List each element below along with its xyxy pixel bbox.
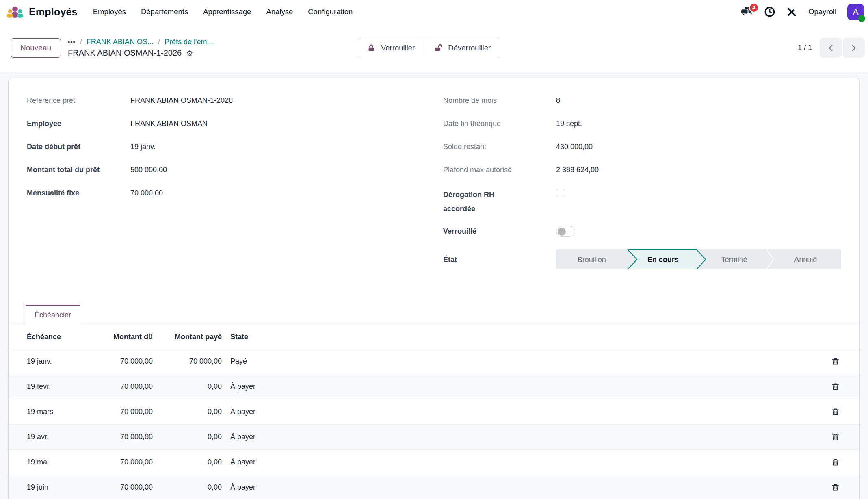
- table-row[interactable]: 19 juin 70 000,00 0,00 À payer: [9, 475, 859, 499]
- breadcrumb-loans-link[interactable]: Prêts de l'em...: [165, 38, 213, 46]
- table-row[interactable]: 19 janv. 70 000,00 70 000,00 Payé: [9, 349, 859, 374]
- cell-state[interactable]: À payer: [222, 483, 820, 492]
- breadcrumb-separator: /: [158, 38, 160, 46]
- status-step-termine[interactable]: Terminé: [699, 250, 770, 269]
- cell-echeance[interactable]: 19 avr.: [9, 433, 104, 441]
- column-header-state[interactable]: State: [222, 333, 820, 341]
- cell-echeance[interactable]: 19 févr.: [9, 382, 104, 391]
- cell-montant-du[interactable]: 70 000,00: [104, 483, 153, 492]
- verrouille-toggle[interactable]: [556, 226, 575, 237]
- field-label-verrouille: Verrouillé: [443, 226, 556, 236]
- field-value-solde-restant[interactable]: 430 000,00: [556, 141, 593, 152]
- chevron-right-icon: [850, 44, 857, 52]
- menu-item-analyse[interactable]: Analyse: [266, 7, 293, 16]
- field-value-reference-pret[interactable]: FRANK ABIAN OSMAN-1-2026: [130, 95, 233, 106]
- field-value-montant-total[interactable]: 500 000,00: [130, 165, 167, 175]
- toggle-knob: [558, 228, 566, 236]
- menu-item-configuration[interactable]: Configuration: [308, 7, 353, 16]
- chevron-left-icon: [827, 44, 834, 52]
- table-body: 19 janv. 70 000,00 70 000,00 Payé 19 fév…: [9, 349, 859, 499]
- status-step-annule[interactable]: Annulé: [770, 250, 842, 269]
- main-menu: Employés Départements Apprentissage Anal…: [93, 7, 353, 16]
- menu-item-apprentissage[interactable]: Apprentissage: [203, 7, 251, 16]
- field-value-mensualite[interactable]: 70 000,00: [130, 188, 163, 198]
- cell-state[interactable]: À payer: [222, 382, 820, 391]
- trash-icon: [831, 407, 840, 417]
- delete-row-button[interactable]: [831, 382, 840, 391]
- status-separator-icon: [766, 250, 774, 269]
- new-record-button[interactable]: Nouveau: [11, 38, 61, 58]
- derogation-rh-checkbox[interactable]: [556, 189, 565, 197]
- table-row[interactable]: 19 mai 70 000,00 0,00 À payer: [9, 450, 859, 475]
- cell-echeance[interactable]: 19 mai: [9, 458, 104, 466]
- pager-next-button[interactable]: [843, 38, 865, 58]
- field-label-nombre-mois: Nombre de mois: [443, 95, 556, 106]
- breadcrumb-ellipsis[interactable]: •••: [68, 39, 76, 46]
- delete-row-button[interactable]: [831, 432, 840, 442]
- table-row[interactable]: 19 mars 70 000,00 0,00 À payer: [9, 399, 859, 425]
- cell-montant-paye[interactable]: 0,00: [153, 483, 222, 492]
- messages-count-badge: 4: [749, 3, 759, 13]
- table-row[interactable]: 19 avr. 70 000,00 0,00 À payer: [9, 425, 859, 450]
- cell-echeance[interactable]: 19 juin: [9, 483, 104, 492]
- lock-button[interactable]: Verrouiller: [357, 38, 424, 58]
- unlock-button[interactable]: Déverrouiller: [424, 38, 500, 58]
- user-avatar[interactable]: A: [847, 4, 864, 20]
- field-value-nombre-mois[interactable]: 8: [556, 95, 560, 106]
- cell-montant-paye[interactable]: 70 000,00: [153, 357, 222, 366]
- pager-previous-button[interactable]: [820, 38, 842, 58]
- cell-state[interactable]: À payer: [222, 433, 820, 441]
- control-panel: Nouveau ••• / FRANK ABIAN OS... / Prêts …: [0, 24, 868, 72]
- tab-echeancier[interactable]: Échéancier: [26, 305, 80, 325]
- cell-montant-paye[interactable]: 0,00: [153, 433, 222, 441]
- cell-montant-paye[interactable]: 0,00: [153, 458, 222, 466]
- activities-button[interactable]: [764, 6, 775, 17]
- cell-montant-du[interactable]: 70 000,00: [104, 357, 153, 366]
- delete-row-button[interactable]: [831, 357, 840, 366]
- table-row[interactable]: 19 févr. 70 000,00 0,00 À payer: [9, 374, 859, 399]
- delete-row-button[interactable]: [831, 407, 840, 417]
- cell-state[interactable]: À payer: [222, 408, 820, 416]
- cell-montant-paye[interactable]: 0,00: [153, 408, 222, 416]
- cell-echeance[interactable]: 19 janv.: [9, 357, 104, 366]
- form-left-column: Référence prêt FRANK ABIAN OSMAN-1-2026 …: [27, 95, 260, 282]
- field-label-mensualite: Mensualité fixe: [27, 188, 130, 198]
- column-header-montant-paye[interactable]: Montant payé: [153, 333, 222, 341]
- form-sheet: Référence prêt FRANK ABIAN OSMAN-1-2026 …: [8, 78, 860, 499]
- menu-item-departements[interactable]: Départements: [141, 7, 188, 16]
- messages-button[interactable]: 4: [740, 7, 753, 17]
- column-header-echeance[interactable]: Échéance: [9, 333, 104, 341]
- notebook-tab-bar: Échéancier: [9, 305, 859, 325]
- cell-montant-paye[interactable]: 0,00: [153, 382, 222, 391]
- trash-icon: [831, 357, 840, 366]
- cell-montant-du[interactable]: 70 000,00: [104, 382, 153, 391]
- cell-montant-du[interactable]: 70 000,00: [104, 408, 153, 416]
- field-value-employee[interactable]: FRANK ABIAN OSMAN: [130, 118, 208, 129]
- lock-button-group: Verrouiller Déverrouiller: [357, 38, 500, 58]
- cell-echeance[interactable]: 19 mars: [9, 408, 104, 416]
- cell-montant-du[interactable]: 70 000,00: [104, 433, 153, 441]
- field-label-etat: État: [443, 254, 556, 265]
- status-step-en-cours[interactable]: En cours: [628, 250, 699, 269]
- actions-gear-icon[interactable]: ⚙: [186, 49, 193, 58]
- column-header-montant-du[interactable]: Montant dû: [104, 333, 153, 341]
- delete-row-button[interactable]: [831, 483, 840, 492]
- delete-row-button[interactable]: [831, 458, 840, 467]
- cell-state[interactable]: À payer: [222, 458, 820, 466]
- breadcrumb: ••• / FRANK ABIAN OS... / Prêts de l'em.…: [68, 38, 213, 58]
- record-title: FRANK ABIAN OSMAN-1-2026: [68, 48, 182, 58]
- cell-montant-du[interactable]: 70 000,00: [104, 458, 153, 466]
- status-step-brouillon[interactable]: Brouillon: [556, 250, 628, 269]
- field-value-date-debut[interactable]: 19 janv.: [130, 141, 156, 152]
- cell-state[interactable]: Payé: [222, 357, 820, 366]
- tools-icon: [786, 7, 797, 17]
- breadcrumb-employee-link[interactable]: FRANK ABIAN OS...: [87, 38, 154, 46]
- menu-item-employes[interactable]: Employés: [93, 7, 126, 16]
- field-value-plafond-max[interactable]: 2 388 624,00: [556, 165, 599, 175]
- company-name[interactable]: Opayroll: [808, 7, 836, 16]
- top-navbar: Employés Employés Départements Apprentis…: [0, 0, 868, 24]
- app-switcher[interactable]: Employés: [6, 4, 78, 19]
- pager-counter: 1 / 1: [798, 43, 812, 52]
- field-value-date-fin[interactable]: 19 sept.: [556, 118, 582, 129]
- debug-tools-button[interactable]: [786, 7, 797, 17]
